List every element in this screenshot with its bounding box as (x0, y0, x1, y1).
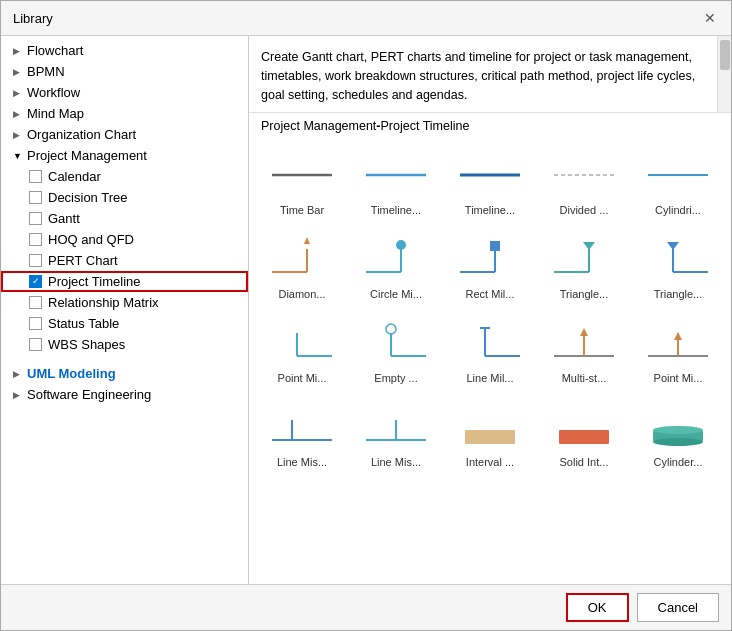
shapes-row-2: Diamon... Circle Mi... (257, 225, 723, 305)
library-dialog: Library ✕ ▶ Flowchart ▶ BPMN (0, 0, 732, 631)
gantt-checkbox[interactable] (29, 212, 42, 225)
description-scrollbar[interactable] (717, 36, 731, 112)
interval-label: Interval ... (466, 456, 514, 468)
linmis2-icon (356, 402, 436, 452)
multist-label: Multi-st... (562, 372, 607, 384)
shape-multist[interactable]: Multi-st... (539, 309, 629, 389)
sidebar-item-flowchart[interactable]: ▶ Flowchart (1, 40, 248, 61)
pointmi1-icon (262, 318, 342, 368)
sidebar-item-hoq[interactable]: HOQ and QFD (1, 229, 248, 250)
shape-circlemi[interactable]: Circle Mi... (351, 225, 441, 305)
sidebar-item-bpmn[interactable]: ▶ BPMN (1, 61, 248, 82)
section-title-bold: Project Management (261, 119, 376, 133)
linmil-icon (450, 318, 530, 368)
sidebar-item-orgchart[interactable]: ▶ Organization Chart (1, 124, 248, 145)
linmis1-label: Line Mis... (277, 456, 327, 468)
shape-interval[interactable]: Interval ... (445, 393, 535, 473)
shape-rectmil[interactable]: Rect Mil... (445, 225, 535, 305)
projecttimeline-checkbox[interactable] (29, 275, 42, 288)
divided-icon (544, 150, 624, 200)
ok-button[interactable]: OK (566, 593, 629, 622)
svg-rect-38 (465, 430, 515, 444)
cylinder2-icon (638, 402, 718, 452)
shape-divided[interactable]: Divided ... (539, 141, 629, 221)
svg-point-24 (386, 324, 396, 334)
divided-label: Divided ... (560, 204, 609, 216)
sidebar-item-statustable[interactable]: Status Table (1, 313, 248, 334)
sidebar-item-uml[interactable]: ▶ UML Modeling (1, 363, 248, 384)
description-area: Create Gantt chart, PERT charts and time… (249, 36, 731, 113)
pertchart-checkbox[interactable] (29, 254, 42, 267)
sidebar-item-decisiontree[interactable]: Decision Tree (1, 187, 248, 208)
sidebar-item-label: Software Engineering (27, 387, 151, 402)
left-panel: ▶ Flowchart ▶ BPMN ▶ Workflow ▶ (1, 36, 249, 584)
description-text: Create Gantt chart, PERT charts and time… (261, 48, 719, 104)
shape-triangle2[interactable]: Triangle... (633, 225, 723, 305)
shape-empty[interactable]: Empty ... (351, 309, 441, 389)
sidebar-item-wbsshapes[interactable]: WBS Shapes (1, 334, 248, 355)
shape-pointmi2[interactable]: Point Mi... (633, 309, 723, 389)
triangle1-label: Triangle... (560, 288, 609, 300)
cylindri-label: Cylindri... (655, 204, 701, 216)
sidebar-item-projecttimeline[interactable]: Project Timeline (1, 271, 248, 292)
shape-pointmi1[interactable]: Point Mi... (257, 309, 347, 389)
shapes-grid[interactable]: Time Bar Timeline... (249, 137, 731, 584)
scrollbar-thumb (720, 40, 730, 70)
sidebar-item-softeng[interactable]: ▶ Software Engineering (1, 384, 248, 405)
right-panel: Create Gantt chart, PERT charts and time… (249, 36, 731, 584)
shape-cylindri[interactable]: Cylindri... (633, 141, 723, 221)
sidebar-item-label: UML Modeling (27, 366, 116, 381)
sidebar-item-gantt[interactable]: Gantt (1, 208, 248, 229)
shape-linmis2[interactable]: Line Mis... (351, 393, 441, 473)
statustable-label: Status Table (48, 316, 119, 331)
circlemi-label: Circle Mi... (370, 288, 422, 300)
timebar-icon (262, 150, 342, 200)
cylinder2-label: Cylinder... (654, 456, 703, 468)
close-button[interactable]: ✕ (701, 9, 719, 27)
shape-timeline1[interactable]: Timeline... (351, 141, 441, 221)
relmatrix-checkbox[interactable] (29, 296, 42, 309)
arrow-icon: ▶ (13, 390, 23, 400)
svg-rect-13 (490, 241, 500, 251)
calendar-checkbox[interactable] (29, 170, 42, 183)
shape-diamond[interactable]: Diamon... (257, 225, 347, 305)
hoq-label: HOQ and QFD (48, 232, 134, 247)
shape-timebar[interactable]: Time Bar (257, 141, 347, 221)
statustable-checkbox[interactable] (29, 317, 42, 330)
sidebar-item-pertchart[interactable]: PERT Chart (1, 250, 248, 271)
decisiontree-label: Decision Tree (48, 190, 127, 205)
shape-linmil[interactable]: Line Mil... (445, 309, 535, 389)
shape-solidint[interactable]: Solid Int... (539, 393, 629, 473)
shape-timeline2[interactable]: Timeline... (445, 141, 535, 221)
hoq-checkbox[interactable] (29, 233, 42, 246)
interval-icon (450, 402, 530, 452)
diamond-label: Diamon... (278, 288, 325, 300)
wbsshapes-checkbox[interactable] (29, 338, 42, 351)
cancel-button[interactable]: Cancel (637, 593, 719, 622)
sidebar-item-workflow[interactable]: ▶ Workflow (1, 82, 248, 103)
linmis2-label: Line Mis... (371, 456, 421, 468)
sidebar-item-projmgmt[interactable]: ▼ Project Management (1, 145, 248, 166)
rectmil-label: Rect Mil... (466, 288, 515, 300)
svg-marker-30 (580, 328, 588, 336)
sidebar-item-relmatrix[interactable]: Relationship Matrix (1, 292, 248, 313)
arrow-icon: ▶ (13, 88, 23, 98)
triangle1-icon (544, 234, 624, 284)
shapes-row-4: Line Mis... Line Mis... (257, 393, 723, 473)
shape-linmis1[interactable]: Line Mis... (257, 393, 347, 473)
svg-marker-7 (304, 237, 310, 244)
sidebar-item-calendar[interactable]: Calendar (1, 166, 248, 187)
sidebar-scroll[interactable]: ▶ Flowchart ▶ BPMN ▶ Workflow ▶ (1, 36, 248, 584)
shape-cylinder2[interactable]: Cylinder... (633, 393, 723, 473)
multist-icon (544, 318, 624, 368)
arrow-icon: ▶ (13, 369, 23, 379)
sidebar-item-label: Flowchart (27, 43, 83, 58)
svg-point-10 (396, 240, 406, 250)
bottom-bar: OK Cancel (1, 584, 731, 630)
circlemi-icon (356, 234, 436, 284)
section-title: Project Management-Project Timeline (249, 113, 731, 137)
shape-triangle1[interactable]: Triangle... (539, 225, 629, 305)
section-subtitle: Project Timeline (381, 119, 470, 133)
sidebar-item-mindmap[interactable]: ▶ Mind Map (1, 103, 248, 124)
decisiontree-checkbox[interactable] (29, 191, 42, 204)
